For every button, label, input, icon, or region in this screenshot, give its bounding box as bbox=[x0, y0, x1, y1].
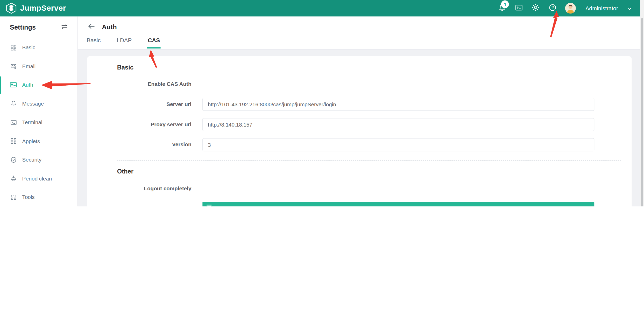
user-attr-map-editor[interactable]: 1▾ 2 3 { "uid": "username" } bbox=[202, 202, 594, 206]
cas-settings-card: Basic Enable CAS Auth Server url Proxy s… bbox=[87, 56, 632, 206]
toggle-knob bbox=[195, 85, 202, 92]
scrollbar-track[interactable] bbox=[640, 0, 644, 206]
avatar[interactable] bbox=[565, 3, 576, 13]
enable-cas-label: Enable CAS Auth bbox=[117, 81, 192, 88]
sidebar-item-terminal[interactable]: Terminal bbox=[0, 113, 77, 132]
page-title: Auth bbox=[102, 23, 117, 31]
version-label: Version bbox=[117, 141, 192, 149]
help-icon: ? bbox=[549, 3, 556, 13]
notifications-button[interactable]: 1 bbox=[498, 4, 506, 12]
sidebar-item-label: Tools bbox=[22, 194, 35, 200]
scrollbar-thumb[interactable] bbox=[641, 18, 643, 206]
auth-tabs: Basic LDAP CAS bbox=[78, 31, 641, 48]
sidebar-item-security[interactable]: Security bbox=[0, 150, 77, 169]
sidebar-title: Settings bbox=[10, 24, 36, 31]
logout-row: Logout completely bbox=[117, 185, 632, 193]
brand[interactable]: JumpServer bbox=[0, 3, 66, 14]
back-arrow-icon bbox=[88, 23, 95, 30]
server-url-label: Server url bbox=[117, 101, 192, 108]
user-attr-map-row: *User attr map 1▾ 2 3 bbox=[117, 202, 632, 206]
brand-name: JumpServer bbox=[20, 4, 66, 13]
sidebar-item-basic[interactable]: Basic bbox=[0, 38, 77, 57]
logout-label: Logout completely bbox=[117, 185, 192, 192]
tab-ldap[interactable]: LDAP bbox=[117, 37, 132, 48]
server-url-input[interactable] bbox=[202, 98, 594, 111]
sidebar-item-tools[interactable]: Tools bbox=[0, 188, 77, 206]
swap-arrows-icon[interactable] bbox=[61, 24, 68, 31]
chevron-down-icon bbox=[627, 4, 631, 12]
gear-icon bbox=[532, 3, 540, 13]
back-button[interactable] bbox=[88, 23, 95, 31]
proxy-url-row: Proxy server url bbox=[117, 118, 632, 131]
sidebar-item-label: Applets bbox=[22, 138, 40, 144]
jumpserver-settings-page: JumpServer 1 bbox=[0, 0, 644, 206]
tab-cas[interactable]: CAS bbox=[148, 37, 160, 48]
logo-hexagon-icon bbox=[6, 3, 17, 14]
broom-icon bbox=[10, 175, 17, 182]
server-url-row: Server url bbox=[117, 98, 632, 111]
editor-toolbar bbox=[202, 202, 594, 206]
sidebar-item-label: Message bbox=[22, 101, 44, 107]
version-row: Version bbox=[117, 138, 632, 151]
terminal-icon bbox=[10, 119, 17, 126]
proxy-url-label: Proxy server url bbox=[117, 121, 192, 128]
current-user-name[interactable]: Administrator bbox=[585, 5, 618, 11]
content-area: Basic Enable CAS Auth Server url Proxy s… bbox=[78, 50, 641, 206]
tools-icon bbox=[10, 194, 17, 201]
sidebar-item-period-clean[interactable]: Period clean bbox=[0, 169, 77, 188]
settings-sidebar: Settings Basic Email Auth Message Termin… bbox=[0, 16, 78, 206]
sidebar-item-label: Security bbox=[22, 157, 41, 163]
sidebar-item-label: Auth bbox=[22, 82, 33, 88]
sidebar-item-applets[interactable]: Applets bbox=[0, 132, 77, 150]
sidebar-item-message[interactable]: Message bbox=[0, 94, 77, 113]
active-tab-underline bbox=[147, 47, 161, 48]
page-header: Auth Basic LDAP CAS bbox=[78, 16, 641, 50]
settings-gear-button[interactable] bbox=[532, 4, 540, 12]
sidebar-item-label: Basic bbox=[22, 45, 35, 51]
mail-settings-icon bbox=[10, 63, 17, 70]
grid-icon bbox=[10, 44, 17, 51]
tab-basic[interactable]: Basic bbox=[87, 37, 101, 48]
required-asterisk: * bbox=[154, 206, 156, 206]
id-card-icon bbox=[10, 81, 17, 88]
sidebar-item-label: Period clean bbox=[22, 175, 52, 182]
align-lines-icon[interactable] bbox=[206, 204, 213, 206]
bell-icon bbox=[10, 100, 17, 107]
toggle-knob bbox=[195, 190, 202, 196]
sidebar-item-label: Email bbox=[22, 63, 36, 69]
svg-text:?: ? bbox=[551, 5, 554, 10]
user-menu-chevron[interactable] bbox=[627, 4, 632, 12]
section-title-basic: Basic bbox=[117, 64, 632, 71]
applets-icon bbox=[10, 138, 17, 145]
section-divider bbox=[117, 160, 621, 161]
section-title-other: Other bbox=[117, 168, 632, 175]
enable-cas-row: Enable CAS Auth bbox=[117, 80, 632, 88]
sidebar-item-email[interactable]: Email bbox=[0, 57, 77, 75]
terminal-icon bbox=[515, 3, 523, 13]
version-input[interactable] bbox=[202, 138, 594, 151]
sidebar-item-label: Terminal bbox=[22, 119, 43, 126]
help-button[interactable]: ? bbox=[548, 4, 557, 12]
notification-badge: 1 bbox=[501, 1, 509, 8]
proxy-url-input[interactable] bbox=[202, 118, 594, 131]
web-terminal-button[interactable] bbox=[515, 4, 523, 12]
sidebar-item-auth[interactable]: Auth bbox=[0, 76, 77, 94]
user-attr-map-label: *User attr map bbox=[117, 202, 192, 206]
shield-check-icon bbox=[10, 156, 17, 163]
top-bar: JumpServer 1 bbox=[0, 0, 644, 16]
